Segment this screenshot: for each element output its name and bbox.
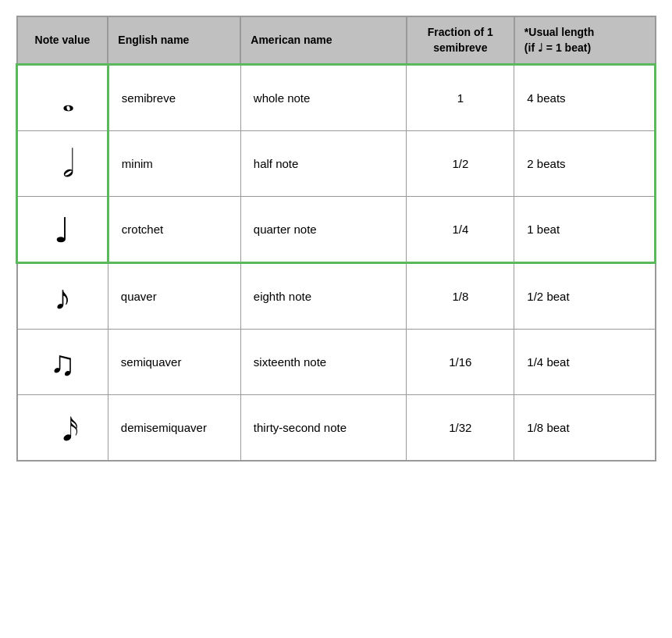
american-name-cell: eighth note [240,263,406,330]
usual-length-cell: 1 beat [514,197,656,263]
table-row: 𝅘𝅥𝅯 demisemiquaver thirty-second note 1/32… [17,395,656,462]
english-name-cell: semibreve [108,65,240,131]
english-name-cell: quaver [108,263,240,330]
fraction-cell: 1 [407,65,514,131]
header-row: Note value English name American name Fr… [17,16,656,65]
american-name-cell: sixteenth note [240,330,406,395]
header-fraction: Fraction of 1 semibreve [407,16,514,65]
usual-length-cell: 4 beats [514,65,656,131]
fraction-cell: 1/2 [407,131,514,197]
american-name-cell: half note [240,131,406,197]
table-row: ♪ quaver eighth note 1/8 1/2 beat [17,263,656,330]
note-symbol-cell: 𝅘𝅥𝅯 [17,395,108,462]
table-row: ♫ semiquaver sixteenth note 1/16 1/4 bea… [17,330,656,395]
fraction-cell: 1/4 [407,197,514,263]
note-symbol-cell: ♫ [17,330,108,395]
table-row: 𝅗𝅥 minim half note 1/2 2 beats [17,131,656,197]
note-symbol-cell: 𝅝 [17,65,108,131]
header-note-value: Note value [17,16,108,65]
note-symbol-cell: ♩ [17,197,108,263]
note-symbol-cell: ♪ [17,263,108,330]
quarter-note-symbol: ♩ [54,209,70,250]
eighth-note-symbol: ♪ [54,276,71,317]
table-row: 𝅝 semibreve whole note 1 4 beats [17,65,656,131]
english-name-cell: minim [108,131,240,197]
note-values-table: Note value English name American name Fr… [16,16,656,462]
fraction-cell: 1/32 [407,395,514,462]
main-table-wrapper: Note value English name American name Fr… [16,16,656,462]
fraction-cell: 1/8 [407,263,514,330]
usual-length-cell: 1/4 beat [514,330,656,395]
english-name-cell: demisemiquaver [108,395,240,462]
sixteenth-note-symbol: ♫ [50,341,76,383]
american-name-cell: thirty-second note [240,395,406,462]
english-name-cell: semiquaver [108,330,240,395]
header-english-name: English name [108,16,240,65]
header-usual-length: *Usual length(if ♩ = 1 beat) [514,16,656,65]
table-row: ♩ crotchet quarter note 1/4 1 beat [17,197,656,263]
american-name-cell: quarter note [240,197,406,263]
usual-length-cell: 1/8 beat [514,395,656,462]
note-symbol-cell: 𝅗𝅥 [17,131,108,197]
fraction-cell: 1/16 [407,330,514,395]
american-name-cell: whole note [240,65,406,131]
usual-length-cell: 2 beats [514,131,656,197]
english-name-cell: crotchet [108,197,240,263]
usual-length-cell: 1/2 beat [514,263,656,330]
header-american-name: American name [240,16,406,65]
